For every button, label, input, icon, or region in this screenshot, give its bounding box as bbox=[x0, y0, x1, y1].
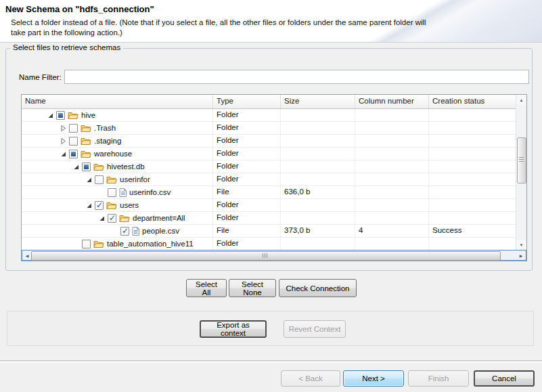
row-checkbox[interactable] bbox=[108, 214, 116, 223]
node-label: table_automation_hive11 bbox=[107, 240, 194, 248]
node-icon bbox=[81, 150, 91, 158]
header-column-number[interactable]: Column number bbox=[355, 95, 429, 108]
row-checkbox[interactable] bbox=[69, 150, 78, 158]
scroll-up-icon[interactable]: ▲ bbox=[516, 95, 526, 105]
cell-type: Folder bbox=[213, 122, 281, 134]
node-label: .staging bbox=[94, 137, 121, 145]
row-checkbox[interactable] bbox=[120, 227, 129, 236]
row-checkbox[interactable] bbox=[82, 240, 91, 248]
expand-arrow[interactable] bbox=[99, 215, 108, 221]
table-row[interactable]: hive Folder bbox=[22, 109, 516, 122]
scroll-left-icon[interactable]: ◀ bbox=[22, 251, 32, 260]
table-row[interactable]: hivetest.db Folder bbox=[22, 160, 516, 173]
select-none-button[interactable]: Select None bbox=[229, 279, 276, 297]
horizontal-scrollbar[interactable]: ◀ ▶ bbox=[22, 250, 526, 261]
cell-type: Folder bbox=[213, 212, 281, 224]
table-row[interactable]: .staging Folder bbox=[22, 135, 516, 148]
cell-colnum bbox=[355, 148, 429, 160]
name-cell: userinfo.csv bbox=[22, 186, 213, 198]
folder-icon bbox=[68, 111, 78, 120]
check-connection-button[interactable]: Check Connection bbox=[279, 279, 357, 297]
expand-arrow[interactable] bbox=[86, 177, 95, 183]
groupbox-legend: Select files to retrieve schemas bbox=[10, 43, 123, 51]
indent-spacer bbox=[22, 192, 99, 193]
row-checkbox[interactable] bbox=[95, 201, 104, 210]
expanded-arrow-icon bbox=[60, 151, 66, 157]
cell-colnum: 4 bbox=[355, 225, 429, 237]
cell-status bbox=[429, 199, 516, 211]
name-filter-input[interactable] bbox=[64, 70, 529, 84]
node-label: userinfo.csv bbox=[129, 188, 171, 196]
cell-type: Folder bbox=[213, 109, 281, 121]
expand-arrow[interactable] bbox=[47, 112, 56, 118]
table-row[interactable]: table_automation_hive11 Folder bbox=[22, 238, 516, 250]
node-label: hive bbox=[81, 111, 95, 119]
context-panel bbox=[7, 311, 534, 346]
header-name[interactable]: Name bbox=[22, 95, 213, 108]
row-checkbox[interactable] bbox=[69, 137, 78, 146]
expanded-arrow-icon bbox=[86, 177, 92, 183]
expand-arrow[interactable] bbox=[60, 151, 69, 157]
next-button[interactable]: Next > bbox=[343, 370, 404, 387]
cell-status bbox=[429, 109, 516, 121]
header-creation-status[interactable]: Creation status bbox=[429, 95, 516, 108]
subtitle-line-2: take part in the following action.) bbox=[11, 28, 426, 38]
table-header-row: Name Type Size Column number Creation st… bbox=[22, 95, 516, 109]
finish-button: Finish bbox=[408, 370, 469, 387]
cell-size bbox=[281, 148, 355, 160]
table-row[interactable]: warehouse Folder bbox=[22, 148, 516, 160]
folder-icon bbox=[106, 175, 117, 184]
indent-spacer bbox=[22, 244, 73, 244]
cell-status: Success bbox=[429, 225, 516, 237]
table-row[interactable]: userinfo.csv File 636,0 b bbox=[22, 186, 516, 199]
export-as-context-button[interactable]: Export as context bbox=[200, 320, 267, 338]
cell-colnum bbox=[355, 238, 429, 250]
revert-context-button: Revert Context bbox=[284, 320, 346, 338]
row-checkbox[interactable] bbox=[108, 188, 116, 197]
folder-icon bbox=[93, 162, 104, 171]
node-icon bbox=[68, 111, 78, 120]
node-label: department=All bbox=[133, 214, 185, 222]
table-row[interactable]: department=All Folder bbox=[22, 212, 516, 225]
table-row[interactable]: users Folder bbox=[22, 199, 516, 212]
cell-size bbox=[281, 199, 355, 211]
row-checkbox[interactable] bbox=[69, 124, 78, 133]
table-row[interactable]: people.csv File 373,0 b 4 Success bbox=[22, 225, 516, 238]
header-size[interactable]: Size bbox=[281, 95, 355, 108]
cell-status bbox=[429, 173, 516, 186]
expand-arrow[interactable] bbox=[73, 164, 82, 170]
node-label: hivetest.db bbox=[107, 162, 145, 171]
vertical-scrollbar-thumb[interactable] bbox=[517, 137, 526, 183]
cell-status bbox=[429, 212, 516, 224]
table-row[interactable]: userinfor Folder bbox=[22, 173, 516, 186]
horizontal-scrollbar-thumb[interactable] bbox=[31, 251, 501, 261]
scroll-down-icon[interactable]: ▼ bbox=[516, 240, 526, 250]
select-all-button[interactable]: Select All bbox=[186, 279, 227, 297]
vertical-scrollbar[interactable]: ▲ ▼ bbox=[516, 95, 526, 250]
header-type[interactable]: Type bbox=[213, 95, 281, 108]
cell-size: 636,0 b bbox=[281, 186, 355, 198]
expand-arrow[interactable] bbox=[86, 202, 95, 209]
cell-type: Folder bbox=[213, 199, 281, 211]
table-row[interactable]: .Trash Folder bbox=[22, 122, 516, 135]
row-checkbox[interactable] bbox=[95, 175, 104, 184]
scrollbar-grip bbox=[263, 253, 269, 258]
cell-colnum bbox=[355, 109, 429, 121]
expand-arrow[interactable] bbox=[60, 138, 69, 144]
node-icon bbox=[81, 124, 91, 133]
indent-spacer bbox=[22, 115, 47, 116]
node-label: userinfor bbox=[120, 175, 150, 183]
expand-arrow[interactable] bbox=[60, 125, 69, 131]
cell-status bbox=[429, 122, 516, 134]
cell-type: File bbox=[213, 186, 281, 198]
cell-type: Folder bbox=[213, 135, 281, 147]
back-button: < Back bbox=[281, 370, 340, 387]
cell-status bbox=[429, 238, 516, 250]
cancel-button[interactable]: Cancel bbox=[474, 370, 535, 387]
dialog-subtitle: Select a folder instead of a file. (Note… bbox=[11, 18, 426, 38]
row-checkbox[interactable] bbox=[56, 111, 65, 120]
node-label: warehouse bbox=[94, 150, 132, 158]
row-checkbox[interactable] bbox=[82, 162, 91, 171]
bottom-separator bbox=[0, 360, 542, 363]
scroll-right-icon[interactable]: ▶ bbox=[516, 251, 526, 260]
